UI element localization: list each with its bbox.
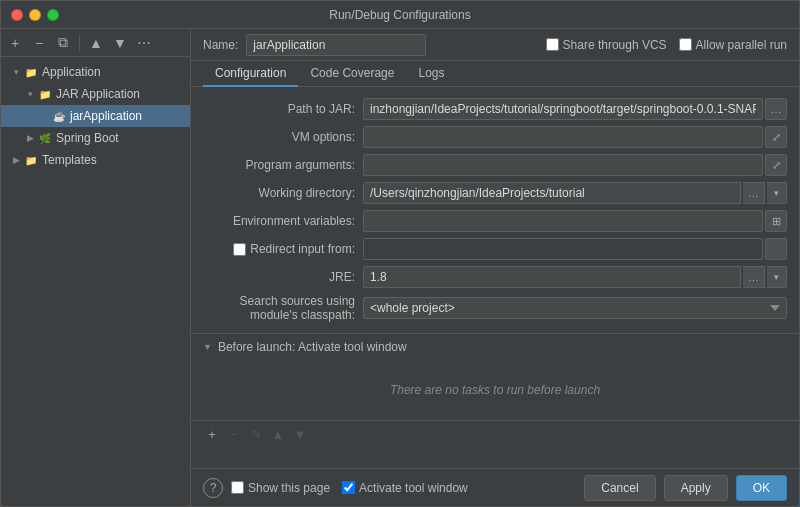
- working-directory-control: … ▾: [363, 182, 787, 204]
- environment-variables-input[interactable]: [363, 210, 763, 232]
- path-to-jar-label: Path to JAR:: [203, 102, 363, 116]
- before-launch-down-button[interactable]: ▼: [291, 425, 309, 443]
- environment-variables-row: Environment variables: ⊞: [191, 207, 799, 235]
- tree-label-application: Application: [42, 65, 101, 79]
- allow-parallel-checkbox[interactable]: [679, 38, 692, 51]
- remove-config-button[interactable]: −: [29, 33, 49, 53]
- bottom-left: ? Show this page Activate tool window: [203, 478, 468, 498]
- path-to-jar-browse-button[interactable]: …: [765, 98, 787, 120]
- working-directory-dropdown-button[interactable]: ▾: [767, 182, 787, 204]
- folder-icon-application: 📁: [23, 64, 39, 80]
- folder-icon-templates: 📁: [23, 152, 39, 168]
- name-input[interactable]: [246, 34, 426, 56]
- vm-options-label: VM options:: [203, 130, 363, 144]
- before-launch-header[interactable]: ▼ Before launch: Activate tool window: [191, 334, 799, 360]
- toolbar-separator: [79, 35, 80, 51]
- before-launch-title: Before launch: Activate tool window: [218, 340, 407, 354]
- bottom-bar: ? Show this page Activate tool window Ca: [191, 468, 799, 506]
- activate-tool-window-label[interactable]: Activate tool window: [342, 481, 468, 495]
- program-arguments-row: Program arguments: ⤢: [191, 151, 799, 179]
- minimize-button[interactable]: [29, 9, 41, 21]
- before-launch-content: There are no tasks to run before launch: [191, 360, 799, 420]
- redirect-input-row: Redirect input from: …: [191, 235, 799, 263]
- tab-configuration[interactable]: Configuration: [203, 61, 298, 87]
- working-directory-input[interactable]: [363, 182, 741, 204]
- redirect-control: …: [363, 238, 787, 260]
- name-bar: Name: Share through VCS Allow parallel r…: [191, 29, 799, 61]
- maximize-button[interactable]: [47, 9, 59, 21]
- cancel-button[interactable]: Cancel: [584, 475, 655, 501]
- before-launch-toolbar: + − ✎ ▲ ▼: [191, 420, 799, 447]
- expand-arrow-spring: ▶: [23, 133, 37, 143]
- tree-item-jar-app-selected[interactable]: ▶ ☕ jarApplication: [1, 105, 190, 127]
- tree-item-spring-boot[interactable]: ▶ 🌿 Spring Boot: [1, 127, 190, 149]
- share-vcs-checkbox[interactable]: [546, 38, 559, 51]
- tab-logs[interactable]: Logs: [406, 61, 456, 87]
- search-sources-select[interactable]: <whole project>: [363, 297, 787, 319]
- before-launch-section: ▼ Before launch: Activate tool window Th…: [191, 333, 799, 447]
- tree-label-spring-boot: Spring Boot: [56, 131, 119, 145]
- tab-code-coverage[interactable]: Code Coverage: [298, 61, 406, 87]
- tree-item-jar-application[interactable]: ▾ 📁 JAR Application: [1, 83, 190, 105]
- vm-options-input[interactable]: [363, 126, 763, 148]
- before-launch-empty-message: There are no tasks to run before launch: [390, 383, 600, 397]
- search-sources-row: Search sources using module's classpath:…: [191, 291, 799, 325]
- environment-variables-edit-button[interactable]: ⊞: [765, 210, 787, 232]
- vm-options-expand-button[interactable]: ⤢: [765, 126, 787, 148]
- jre-dropdown-button[interactable]: ▾: [767, 266, 787, 288]
- show-page-checkbox[interactable]: [231, 481, 244, 494]
- redirect-label-area: Redirect input from:: [203, 242, 363, 256]
- show-page-label[interactable]: Show this page: [231, 481, 330, 495]
- before-launch-edit-button[interactable]: ✎: [247, 425, 265, 443]
- window-title: Run/Debug Configurations: [329, 8, 470, 22]
- before-launch-add-button[interactable]: +: [203, 425, 221, 443]
- name-bar-right: Share through VCS Allow parallel run: [546, 38, 787, 52]
- tree-item-templates[interactable]: ▶ 📁 Templates: [1, 149, 190, 171]
- program-arguments-control: ⤢: [363, 154, 787, 176]
- jre-label: JRE:: [203, 270, 363, 284]
- before-launch-remove-button[interactable]: −: [225, 425, 243, 443]
- program-arguments-label: Program arguments:: [203, 158, 363, 172]
- working-directory-row: Working directory: … ▾: [191, 179, 799, 207]
- apply-button[interactable]: Apply: [664, 475, 728, 501]
- configuration-panel: Path to JAR: … VM options: ⤢ P: [191, 87, 799, 468]
- copy-config-button[interactable]: ⧉: [53, 33, 73, 53]
- add-config-button[interactable]: +: [5, 33, 25, 53]
- config-tabs: Configuration Code Coverage Logs: [191, 61, 799, 87]
- tree-item-application[interactable]: ▾ 📁 Application: [1, 61, 190, 83]
- allow-parallel-label[interactable]: Allow parallel run: [679, 38, 787, 52]
- more-button[interactable]: ⋯: [134, 33, 154, 53]
- expand-arrow-templates: ▶: [9, 155, 23, 165]
- working-directory-browse-button[interactable]: …: [743, 182, 765, 204]
- main-content: + − ⧉ ▲ ▼ ⋯ ▾ 📁 Application ▾: [1, 29, 799, 506]
- activate-tool-window-checkbox[interactable]: [342, 481, 355, 494]
- jre-input[interactable]: [363, 266, 741, 288]
- right-panel: Name: Share through VCS Allow parallel r…: [191, 29, 799, 506]
- expand-arrow-jar: ▾: [23, 89, 37, 99]
- traffic-lights: [11, 9, 59, 21]
- title-bar: Run/Debug Configurations: [1, 1, 799, 29]
- before-launch-up-button[interactable]: ▲: [269, 425, 287, 443]
- move-up-button[interactable]: ▲: [86, 33, 106, 53]
- before-launch-collapse-arrow: ▼: [203, 342, 212, 352]
- search-sources-control: <whole project>: [363, 297, 787, 319]
- redirect-browse-button[interactable]: …: [765, 238, 787, 260]
- program-arguments-expand-button[interactable]: ⤢: [765, 154, 787, 176]
- close-button[interactable]: [11, 9, 23, 21]
- program-arguments-input[interactable]: [363, 154, 763, 176]
- redirect-input-field[interactable]: [363, 238, 763, 260]
- redirect-input-checkbox[interactable]: [233, 243, 246, 256]
- left-panel: + − ⧉ ▲ ▼ ⋯ ▾ 📁 Application ▾: [1, 29, 191, 506]
- path-to-jar-input[interactable]: [363, 98, 763, 120]
- expand-arrow-application: ▾: [9, 67, 23, 77]
- share-vcs-label[interactable]: Share through VCS: [546, 38, 667, 52]
- jre-browse-button[interactable]: …: [743, 266, 765, 288]
- move-down-button[interactable]: ▼: [110, 33, 130, 53]
- redirect-checkbox-label[interactable]: Redirect input from:: [233, 242, 355, 256]
- path-to-jar-row: Path to JAR: …: [191, 95, 799, 123]
- bottom-checkboxes: Show this page Activate tool window: [231, 481, 468, 495]
- help-button[interactable]: ?: [203, 478, 223, 498]
- jre-control: … ▾: [363, 266, 787, 288]
- ok-button[interactable]: OK: [736, 475, 787, 501]
- spring-icon: 🌿: [37, 130, 53, 146]
